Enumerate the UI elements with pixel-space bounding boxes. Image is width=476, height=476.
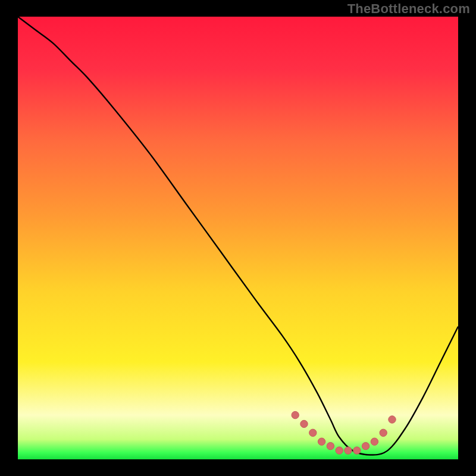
minimum-marker-dot	[353, 447, 361, 454]
minimum-marker-dot	[345, 447, 352, 454]
minimum-marker-dot	[300, 420, 308, 427]
minimum-marker-dot	[292, 411, 299, 418]
gradient-panel	[18, 17, 458, 459]
watermark-text: TheBottleneck.com	[347, 1, 470, 17]
minimum-marker-dot	[371, 438, 378, 445]
minimum-marker-dot	[327, 442, 334, 449]
minimum-marker-dot	[309, 429, 317, 436]
minimum-marker-dot	[336, 447, 343, 454]
minimum-marker-dot	[389, 416, 396, 423]
bottleneck-chart	[0, 0, 476, 476]
chart-stage: TheBottleneck.com	[0, 0, 476, 476]
minimum-marker-dot	[318, 438, 325, 445]
minimum-marker-dot	[380, 429, 387, 436]
minimum-marker-dot	[362, 442, 369, 449]
